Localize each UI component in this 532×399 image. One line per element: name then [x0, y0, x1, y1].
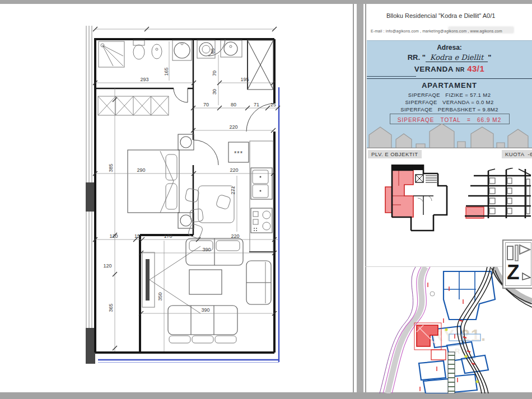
- north-letter: Z: [507, 261, 520, 284]
- divider-full: [367, 78, 532, 79]
- dim-bath-height: 165: [164, 67, 169, 76]
- area-row-veranda: SIPERFAQE VERANDA = 0.0 M2: [367, 99, 532, 105]
- dim-bedroom-height: 385: [108, 163, 114, 172]
- dining-table: [198, 186, 234, 223]
- dim-hall-v1: 70: [212, 71, 217, 76]
- dim-living-height: 365: [108, 303, 114, 312]
- dim-row1-80: 80: [231, 102, 236, 107]
- bed: [128, 150, 179, 213]
- ladder-strip: [448, 352, 455, 393]
- address-label: Adresa:: [367, 44, 532, 51]
- facade-lines: [86, 26, 95, 364]
- tv: [146, 259, 150, 301]
- area-row-perbashket: SIPERFAQE PERBASHKET = 9.8M2: [367, 106, 532, 112]
- flag-icon: [520, 245, 530, 254]
- bedroom-furniture: [128, 134, 194, 228]
- street-prefix: RR. ": [408, 53, 426, 62]
- building-section: [463, 168, 532, 229]
- dim-row1-71: 71: [254, 102, 259, 107]
- pane-divider-line-left: [353, 4, 354, 392]
- dim-kitchen-height: 271: [230, 186, 236, 194]
- dimension-lines: [93, 27, 280, 351]
- dim-living-inner: 350: [157, 292, 163, 301]
- apartament-title: APARTAMENT: [367, 81, 532, 90]
- apartment-floor-plan: ***: [78, 21, 291, 368]
- contact-email-line: E-mail : info@agikons.com , marketing@ag…: [371, 29, 502, 33]
- apartment-info-panel: Adresa: RR. "Kodra e Diellit" VERANDA NR…: [367, 40, 532, 148]
- dim-kitchen-width: 220: [230, 167, 238, 173]
- street-suffix: ": [488, 53, 491, 62]
- highlighted-building: [414, 323, 446, 360]
- kuota-label: KUOTA -6: [502, 150, 532, 158]
- building-key-plan: [379, 163, 457, 242]
- dim-row2-15: 15: [134, 233, 140, 239]
- bath-sink: [172, 40, 192, 60]
- dim-row1-70: 70: [203, 102, 209, 107]
- living-room-furniture: [142, 238, 271, 343]
- dim-loveseat: 390: [202, 247, 211, 252]
- coffee-table: [189, 270, 222, 294]
- dim-hall-depth: 220: [229, 124, 237, 130]
- dim-bedroom-width: 290: [137, 167, 145, 173]
- dim-hall-v2: 30: [212, 89, 217, 95]
- window-glazing: [98, 87, 279, 363]
- street-line: RR. "Kodra e Diellit": [367, 53, 532, 62]
- building-glyph: [507, 246, 513, 260]
- veranda-label: VERANDA: [414, 65, 454, 73]
- nr-label: NR: [456, 66, 465, 73]
- dim-left-seg: 120: [103, 263, 111, 269]
- north-pointer-icon: [522, 273, 530, 280]
- dim-washer: 65: [210, 48, 216, 54]
- highlighted-unit: [385, 170, 413, 217]
- pane-divider-bar: [357, 4, 363, 392]
- fridge-label: ***: [234, 150, 243, 157]
- houses-silhouette: [367, 121, 532, 148]
- wall-column: [86, 182, 95, 212]
- dim-bath-width: 293: [140, 77, 148, 82]
- veranda-line: VERANDA NR 43/1: [367, 64, 532, 73]
- area-row-fizike: SIPERFAQE FIZIKE = 57.1 M2: [367, 92, 532, 98]
- drawing-sheet: ***: [0, 0, 532, 399]
- dim-row2-170: 170: [164, 233, 172, 239]
- wall-column: [86, 328, 95, 364]
- object-plan-label: PLV. E OBJEKTIT: [368, 150, 422, 158]
- closet-row: [98, 96, 169, 115]
- veranda-number: 43/1: [467, 64, 484, 73]
- north-arrow-box: Z: [502, 240, 532, 289]
- bidet: [152, 44, 162, 59]
- sheet-title: Blloku Residencial "Kodra e Diellit" A0/…: [386, 12, 495, 19]
- bathroom-fixtures: [99, 40, 192, 67]
- top-frame-bar: [0, 0, 532, 4]
- street-name: Kodra e Diellit: [426, 53, 488, 62]
- dim-sofa: 390: [201, 307, 209, 313]
- dim-row2-220: 220: [231, 233, 239, 239]
- laundry-fixtures: [197, 40, 273, 90]
- dim-row2-120: 120: [109, 233, 118, 239]
- dim-hall-width: 195: [240, 77, 249, 82]
- dim-row1-25: 25: [270, 102, 276, 107]
